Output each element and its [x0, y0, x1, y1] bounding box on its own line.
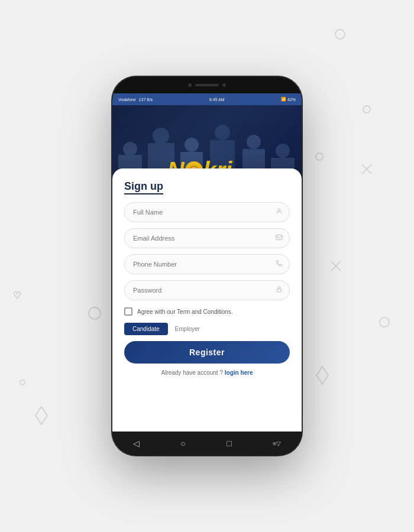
svg-line-6	[362, 164, 371, 174]
full-name-field	[124, 202, 290, 222]
login-link[interactable]: login here	[225, 369, 253, 376]
phone-frame: Vodafone 137 B/s 9:45 AM 📶 42%	[112, 77, 302, 455]
svg-point-3	[380, 317, 389, 327]
svg-marker-9	[316, 366, 328, 384]
phone-icon	[276, 260, 283, 269]
person-icon	[276, 208, 283, 217]
status-bar: Vodafone 137 B/s 9:45 AM 📶 42%	[112, 93, 302, 105]
recent-nav-icon[interactable]: □	[227, 439, 231, 448]
svg-point-4	[316, 153, 323, 160]
phone-field	[124, 254, 290, 274]
full-name-input[interactable]	[124, 202, 290, 222]
email-input[interactable]	[124, 228, 290, 248]
phone-screen: Vodafone 137 B/s 9:45 AM 📶 42%	[112, 77, 302, 455]
svg-point-30	[278, 209, 280, 212]
status-carrier: Vodafone 137 B/s	[118, 98, 153, 102]
svg-point-20	[215, 125, 230, 140]
svg-line-8	[331, 261, 341, 271]
employer-tab[interactable]: Employer	[175, 326, 200, 332]
candidate-tab[interactable]: Candidate	[124, 323, 168, 335]
login-link-row: Already have account ? login here	[124, 369, 290, 376]
terms-checkbox-area: Agree with our Term and Conditions.	[124, 307, 290, 316]
password-field	[124, 280, 290, 300]
svg-point-22	[247, 135, 261, 149]
svg-point-24	[276, 144, 290, 158]
email-field	[124, 228, 290, 248]
svg-line-5	[362, 164, 371, 174]
menu-nav-icon[interactable]: ≡▽	[273, 440, 281, 447]
phone-device: Vodafone 137 B/s 9:45 AM 📶 42%	[112, 77, 302, 455]
back-nav-icon[interactable]: ◁	[133, 439, 140, 448]
svg-point-12	[20, 380, 25, 385]
svg-point-0	[335, 30, 345, 39]
bottom-nav: ◁ ○ □ ≡▽	[112, 432, 302, 455]
svg-point-18	[185, 138, 199, 152]
email-icon	[276, 234, 283, 243]
svg-point-14	[123, 142, 137, 156]
phone-hardware-top	[112, 77, 302, 93]
lock-icon	[276, 286, 283, 295]
home-nav-icon[interactable]: ○	[180, 439, 185, 448]
register-button[interactable]: Register	[124, 341, 290, 364]
role-tabs: Candidate Employer	[124, 323, 290, 335]
status-time: 9:45 AM	[209, 98, 225, 102]
login-prompt-text: Already have account ?	[161, 369, 223, 376]
svg-point-1	[363, 106, 370, 113]
signup-card: Sign up	[112, 168, 302, 432]
svg-text:♡: ♡	[13, 290, 21, 300]
terms-label: Agree with our Term and Conditions.	[137, 309, 233, 315]
phone-input[interactable]	[124, 254, 290, 274]
svg-point-16	[153, 128, 169, 144]
svg-point-2	[89, 307, 101, 319]
svg-rect-31	[276, 235, 282, 240]
signup-title: Sign up	[124, 180, 163, 194]
password-input[interactable]	[124, 280, 290, 300]
terms-checkbox[interactable]	[124, 307, 132, 316]
status-battery: 📶 42%	[281, 97, 296, 102]
svg-rect-32	[277, 289, 282, 292]
svg-line-7	[331, 261, 341, 271]
svg-marker-10	[35, 407, 47, 424]
